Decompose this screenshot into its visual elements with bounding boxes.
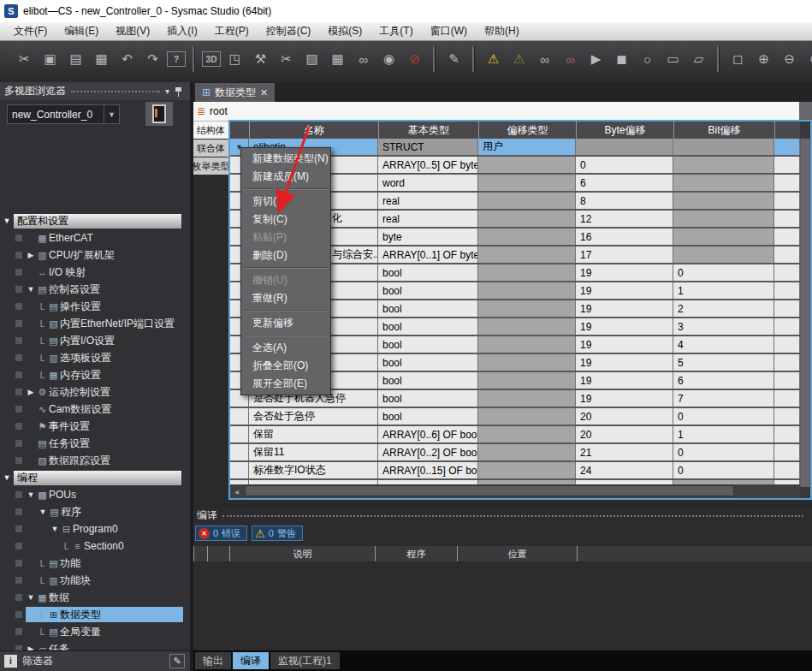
menu-item-重做(R)[interactable]: 重做(R) — [241, 289, 330, 307]
menu-item-新建数据类型(N)[interactable]: 新建数据类型(N) — [241, 150, 330, 168]
trailing-cell[interactable] — [774, 390, 800, 407]
expander-down-icon[interactable]: ▼ — [26, 285, 36, 294]
bit-offset-cell[interactable]: 1 — [673, 282, 774, 299]
base-type-cell[interactable]: bool — [378, 318, 478, 335]
tree-item-数据类型[interactable]: L⊞数据类型 — [0, 606, 190, 623]
menu-item-删除(D)[interactable]: 删除(D) — [241, 246, 330, 264]
base-type-cell[interactable]: bool — [378, 390, 478, 407]
bottom-tab-编译[interactable]: 编译 — [233, 652, 269, 669]
offset-type-cell[interactable] — [478, 444, 576, 460]
zoom-actual-icon[interactable]: ⊙ — [803, 48, 812, 70]
offset-type-cell[interactable] — [478, 264, 576, 281]
tree-item-任务设置[interactable]: ▤任务设置 — [0, 435, 190, 452]
bit-offset-cell[interactable]: 1 — [673, 426, 774, 442]
base-type-cell[interactable]: ARRAY[0..6] OF bool — [378, 426, 478, 442]
tree-item-选项板设置[interactable]: L▥选项板设置 — [0, 349, 190, 366]
trailing-cell[interactable] — [774, 318, 800, 335]
undo-icon[interactable]: ↶ — [116, 48, 139, 70]
bit-offset-cell[interactable]: 0 — [673, 264, 774, 281]
byte-offset-cell[interactable]: 24 — [576, 462, 673, 478]
expander-down-icon[interactable]: ▼ — [26, 593, 36, 602]
trailing-cell[interactable] — [774, 229, 800, 245]
menu-item-工具(T)[interactable]: 工具(T) — [370, 22, 421, 40]
byte-offset-cell[interactable]: 6 — [576, 175, 673, 191]
tree-item-I/O 映射[interactable]: ↔I/O 映射 — [0, 264, 190, 281]
base-type-cell[interactable]: ARRAY[0..5] OF byte — [378, 157, 478, 173]
tree-item-操作设置[interactable]: L▤操作设置 — [0, 298, 190, 315]
menu-item-复制(C)[interactable]: 复制(C) — [241, 211, 330, 229]
transfer-to-icon[interactable]: ▭ — [661, 48, 685, 70]
sync-icon[interactable]: ○ — [636, 48, 659, 70]
base-type-cell[interactable]: STRUCT — [378, 139, 478, 155]
vertical-scrollbar-handle[interactable] — [801, 139, 809, 487]
base-type-cell[interactable]: bool — [378, 372, 478, 389]
tree-item-EtherCAT[interactable]: ▦EtherCAT — [0, 229, 190, 246]
byte-offset-cell[interactable]: 0 — [576, 157, 673, 173]
close-tab-icon[interactable]: ✕ — [260, 87, 268, 98]
byte-offset-cell[interactable]: 16 — [576, 229, 673, 245]
tree-item-Program0[interactable]: ▼⊟Program0 — [0, 520, 190, 537]
bit-offset-cell[interactable] — [673, 139, 774, 155]
window-layout-icon[interactable]: ◳ — [223, 48, 246, 70]
base-type-cell[interactable]: word — [378, 175, 478, 191]
trailing-cell[interactable] — [774, 246, 800, 263]
menu-item-视图(V)[interactable]: 视图(V) — [107, 22, 158, 40]
stop-icon[interactable]: ◼ — [610, 48, 633, 70]
trailing-cell[interactable] — [774, 282, 800, 299]
byte-offset-cell[interactable]: 17 — [576, 246, 673, 263]
tree-item-事件设置[interactable]: ⚑事件设置 — [0, 418, 190, 435]
trailing-cell[interactable] — [774, 300, 800, 317]
trailing-cell[interactable] — [774, 426, 800, 442]
abort-icon[interactable]: ⊘ — [403, 48, 426, 70]
zoom-out-icon[interactable]: ⊖ — [778, 48, 801, 70]
tree-item-功能[interactable]: L▤功能 — [0, 555, 190, 572]
tree-item-POUs[interactable]: ▼▩POUs — [0, 486, 190, 503]
byte-offset-cell[interactable]: 19 — [576, 336, 673, 353]
base-type-cell[interactable]: bool — [378, 336, 478, 353]
offset-type-cell[interactable] — [478, 372, 576, 389]
monitor-table-icon[interactable]: ▨ — [300, 48, 323, 70]
menu-item-剪切(T)[interactable]: 剪切(T) — [241, 193, 330, 211]
bit-offset-cell[interactable] — [673, 211, 774, 227]
expander-down-icon[interactable]: ▼ — [38, 508, 48, 516]
bit-offset-cell[interactable]: 2 — [673, 300, 774, 317]
name-cell[interactable]: 保留11 — [249, 444, 378, 460]
tree-item-程序[interactable]: ▼▤程序 — [0, 503, 190, 520]
crossref-icon[interactable]: ✂ — [275, 48, 298, 70]
base-type-cell[interactable]: ARRAY[0..2] OF bool — [378, 444, 478, 460]
category-tab-结构体[interactable]: 结构体 — [193, 122, 228, 139]
category-tab-枚举类型[interactable]: 枚举类型 — [193, 157, 228, 175]
zoom-in-icon[interactable]: ⊕ — [752, 48, 775, 70]
row-expander-cell[interactable] — [230, 444, 249, 460]
row-expander-cell[interactable] — [230, 462, 249, 478]
tree-item-数据[interactable]: ▼▦数据 — [0, 589, 190, 606]
tree-item-CPU/扩展机架[interactable]: ▶▥CPU/扩展机架 — [0, 246, 190, 264]
base-type-cell[interactable]: bool — [378, 264, 478, 281]
trailing-cell[interactable] — [774, 175, 800, 191]
menu-item-编辑(E)[interactable]: 编辑(E) — [56, 22, 107, 40]
cut-icon[interactable]: ✂ — [13, 48, 36, 70]
byte-offset-cell[interactable]: 19 — [576, 300, 673, 317]
bit-offset-cell[interactable]: 7 — [673, 390, 774, 407]
base-type-cell[interactable]: ARRAY[0..1] OF byte — [378, 246, 478, 263]
vertical-scrollbar[interactable] — [800, 139, 810, 487]
base-type-cell[interactable]: real — [378, 211, 478, 227]
glasses-icon[interactable]: ∞ — [352, 48, 375, 70]
offset-type-cell[interactable] — [478, 157, 576, 173]
horizontal-scrollbar-handle[interactable] — [245, 485, 734, 496]
tree-item-内存设置[interactable]: L▦内存设置 — [0, 366, 190, 383]
view-3d-icon[interactable]: 3D — [202, 51, 221, 67]
tab-data-types[interactable]: ⊞ 数据类型 ✕ — [195, 83, 275, 102]
trailing-cell[interactable] — [774, 193, 800, 209]
byte-offset-cell[interactable]: 21 — [576, 444, 673, 460]
offset-type-cell[interactable] — [478, 211, 576, 227]
bit-offset-cell[interactable]: 5 — [673, 354, 774, 371]
bit-offset-cell[interactable]: 4 — [673, 336, 774, 353]
menu-item-模拟(S)[interactable]: 模拟(S) — [319, 22, 370, 40]
byte-offset-cell[interactable]: 19 — [576, 264, 673, 281]
byte-offset-cell[interactable] — [576, 139, 673, 155]
menu-item-窗口(W)[interactable]: 窗口(W) — [422, 22, 476, 40]
tree-section-编程[interactable]: ▼编程 — [0, 470, 190, 485]
tree-item-全局变量[interactable]: L▤全局变量 — [0, 623, 190, 640]
base-type-cell[interactable]: byte — [378, 229, 478, 245]
